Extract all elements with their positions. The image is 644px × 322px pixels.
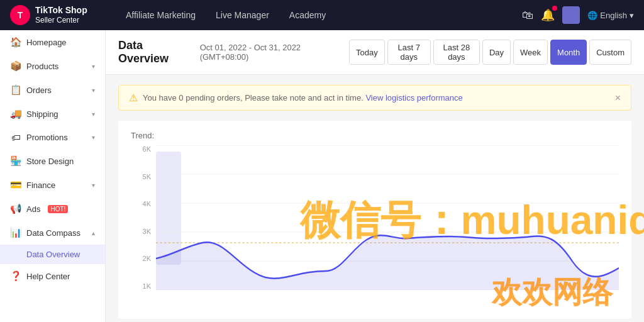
language-selector[interactable]: 🌐 English ▾ <box>587 11 634 20</box>
sidebar-item-finance[interactable]: 💳 Finance ▾ <box>0 173 105 197</box>
sidebar-label-orders: Orders <box>26 86 52 95</box>
y-label-6k: 6K <box>143 145 151 153</box>
time-filters: Today Last 7 days Last 28 days Day Week … <box>349 40 631 65</box>
y-label-1k: 1K <box>143 282 151 290</box>
sidebar-label-promotions: Promotions <box>26 133 68 142</box>
filter-month[interactable]: Month <box>550 40 587 65</box>
home-icon: 🏠 <box>10 36 21 48</box>
page-header: Data Overview Oct 01, 2022 - Oct 31, 202… <box>106 30 644 75</box>
sidebar: 🏠 Homepage 📦 Products ▾ 📋 Orders ▾ 🚚 Shi… <box>0 30 106 322</box>
finance-icon: 💳 <box>10 179 21 191</box>
filter-custom[interactable]: Custom <box>589 40 631 65</box>
chart-title: Trend: <box>131 131 619 140</box>
chevron-products: ▾ <box>92 63 95 70</box>
bell-icon[interactable]: 🔔 <box>541 8 555 22</box>
sidebar-label-store-design: Store Design <box>26 157 74 166</box>
alert-message: You have 0 pending orders, Please take n… <box>143 93 610 103</box>
chevron-orders: ▾ <box>92 87 95 94</box>
sidebar-item-shipping[interactable]: 🚚 Shipping ▾ <box>0 102 105 126</box>
data-compass-icon: 📊 <box>10 227 21 238</box>
tiktok-logo-icon: T <box>10 5 30 25</box>
sidebar-item-data-compass[interactable]: 📊 Data Compass ▴ <box>0 221 105 245</box>
main-content: Data Overview Oct 01, 2022 - Oct 31, 202… <box>106 30 644 322</box>
sidebar-label-homepage: Homepage <box>26 38 67 47</box>
nav-link-live[interactable]: Live Manager <box>216 10 269 20</box>
alert-banner: ⚠ You have 0 pending orders, Please take… <box>118 85 631 111</box>
sidebar-label-shipping: Shipping <box>26 109 58 119</box>
top-navigation: T TikTok Shop Seller Center Affiliate Ma… <box>0 0 644 30</box>
main-layout: 🏠 Homepage 📦 Products ▾ 📋 Orders ▾ 🚚 Shi… <box>0 30 644 322</box>
shop-icon[interactable]: 🛍 <box>522 9 533 22</box>
filter-week[interactable]: Week <box>513 40 548 65</box>
logo-main: TikTok Shop <box>35 5 87 16</box>
sidebar-item-homepage[interactable]: 🏠 Homepage <box>0 30 105 54</box>
y-label-3k: 3K <box>143 228 151 235</box>
promotions-icon: 🏷 <box>10 132 21 143</box>
chart-section: Trend: 微信号：muhuanidc 欢欢网络 6K 5K 4K 3K 2K… <box>118 121 631 319</box>
chevron-promotions: ▾ <box>92 134 95 141</box>
date-range: Oct 01, 2022 - Oct 31, 2022 (GMT+08:00) <box>200 43 339 62</box>
language-label: English <box>600 11 627 20</box>
alert-warning-icon: ⚠ <box>129 92 138 104</box>
help-icon: ❓ <box>10 270 21 282</box>
y-label-2k: 2K <box>143 255 151 262</box>
sidebar-item-promotions[interactable]: 🏷 Promotions ▾ <box>0 126 105 149</box>
sidebar-label-products: Products <box>26 62 58 71</box>
chart-y-axis: 6K 5K 4K 3K 2K 1K <box>131 145 156 290</box>
sidebar-label-ads: Ads <box>26 204 40 214</box>
chart-container: 6K 5K 4K 3K 2K 1K <box>131 145 619 309</box>
sidebar-item-orders[interactable]: 📋 Orders ▾ <box>0 78 105 102</box>
sidebar-item-store-design[interactable]: 🏪 Store Design <box>0 149 105 173</box>
logo-sub: Seller Center <box>35 16 87 25</box>
logo-text: TikTok Shop Seller Center <box>35 5 87 25</box>
filter-last7[interactable]: Last 7 days <box>387 40 431 65</box>
chevron-shipping: ▾ <box>92 111 95 118</box>
y-label-5k: 5K <box>143 173 151 180</box>
nav-link-academy[interactable]: Academy <box>289 10 326 20</box>
filter-last28[interactable]: Last 28 days <box>433 40 480 65</box>
logo-area: T TikTok Shop Seller Center <box>10 5 111 25</box>
y-label-4k: 4K <box>143 200 151 208</box>
chart-svg <box>156 145 619 290</box>
sidebar-sublabel-data-overview: Data Overview <box>26 250 80 259</box>
page-title: Data Overview <box>118 39 190 65</box>
shipping-icon: 🚚 <box>10 108 21 119</box>
sidebar-item-help-center[interactable]: ❓ Help Center <box>0 264 105 288</box>
store-icon: 🏪 <box>10 155 21 167</box>
filter-today[interactable]: Today <box>349 40 385 65</box>
hot-badge: HOT! <box>48 205 68 213</box>
nav-link-affiliate[interactable]: Affiliate Marketing <box>126 10 196 20</box>
avatar[interactable] <box>562 6 580 24</box>
chevron-data-compass: ▴ <box>92 230 95 236</box>
sidebar-item-ads[interactable]: 📢 Ads HOT! <box>0 197 105 221</box>
sidebar-label-help-center: Help Center <box>26 272 70 281</box>
nav-links: Affiliate Marketing Live Manager Academy <box>126 10 507 20</box>
chevron-finance: ▾ <box>92 182 95 189</box>
ads-icon: 📢 <box>10 203 21 214</box>
chart-area <box>156 145 619 290</box>
chevron-down-icon: ▾ <box>630 11 634 20</box>
orders-icon: 📋 <box>10 84 21 96</box>
sidebar-label-data-compass: Data Compass <box>26 228 80 238</box>
products-icon: 📦 <box>10 60 21 72</box>
sidebar-sub-item-data-overview[interactable]: Data Overview <box>0 245 105 264</box>
alert-close-button[interactable]: × <box>615 92 621 104</box>
notification-badge <box>552 6 557 11</box>
nav-right: 🛍 🔔 🌐 English ▾ <box>522 6 634 24</box>
sidebar-item-products[interactable]: 📦 Products ▾ <box>0 54 105 78</box>
alert-link[interactable]: View logistics performance <box>365 93 462 103</box>
sidebar-label-finance: Finance <box>26 180 55 190</box>
globe-icon: 🌐 <box>587 11 597 20</box>
filter-day[interactable]: Day <box>482 40 511 65</box>
